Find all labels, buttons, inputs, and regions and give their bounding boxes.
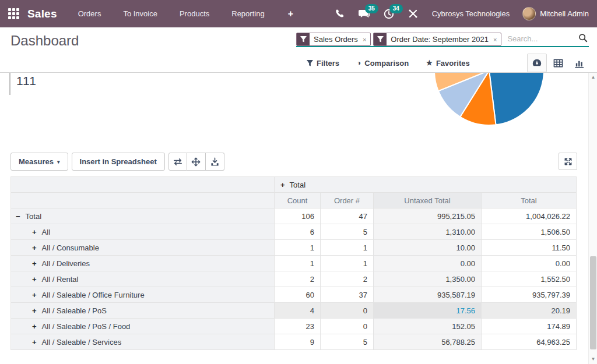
pivot-cell: 2 bbox=[275, 271, 321, 287]
activities-clock-icon[interactable]: 34 bbox=[383, 8, 395, 20]
pivot-cell: 1 bbox=[321, 240, 374, 256]
pivot-cell: 1,552.50 bbox=[482, 271, 577, 287]
download-xlsx-button[interactable] bbox=[206, 153, 224, 171]
expand-row-icon[interactable]: + bbox=[32, 275, 37, 284]
expand-row-icon[interactable]: + bbox=[32, 228, 37, 236]
navbar-right: 35 34 Cybrosys Technologies Mitchell Adm… bbox=[334, 7, 589, 20]
measures-button[interactable]: Measures ▾ bbox=[10, 153, 68, 171]
search-input[interactable] bbox=[504, 33, 578, 45]
search-icon[interactable] bbox=[578, 33, 588, 45]
user-menu[interactable]: Mitchell Admin bbox=[522, 7, 589, 20]
measure-header-total[interactable]: Total bbox=[482, 193, 577, 208]
pivot-cell: 47 bbox=[321, 208, 374, 224]
expand-icon bbox=[564, 157, 573, 166]
expand-row-icon[interactable]: + bbox=[32, 259, 37, 268]
expand-row-icon[interactable]: + bbox=[32, 306, 37, 315]
filter-toolbar: Filters ◑ Comparison ★ Favorites bbox=[296, 54, 589, 72]
row-label[interactable]: +All bbox=[11, 224, 275, 240]
pivot-cell: 0 bbox=[321, 303, 374, 319]
row-label[interactable]: +All / Deliveries bbox=[11, 256, 275, 271]
pivot-cell: 1,506.50 bbox=[482, 224, 577, 240]
expand-row-icon[interactable]: + bbox=[32, 291, 37, 299]
pivot-cell: 11.50 bbox=[482, 240, 577, 256]
page-title: Dashboard bbox=[10, 33, 79, 49]
flip-axis-button[interactable] bbox=[168, 153, 187, 171]
activities-badge: 34 bbox=[389, 4, 403, 13]
row-label[interactable]: −Total bbox=[11, 208, 275, 224]
expand-all-button[interactable] bbox=[187, 153, 206, 171]
pivot-cell: 0.00 bbox=[374, 256, 482, 271]
pie-chart[interactable] bbox=[434, 73, 546, 126]
view-graph-button[interactable] bbox=[569, 54, 589, 72]
table-row: +All / Saleable / PoS / Food230152.05174… bbox=[11, 319, 577, 334]
vertical-scrollbar: ▲ ▼ bbox=[588, 73, 597, 364]
comparison-button[interactable]: ◑ Comparison bbox=[357, 59, 409, 68]
filter-group: Filters ◑ Comparison ★ Favorites bbox=[296, 59, 470, 68]
pie-slice[interactable] bbox=[489, 73, 544, 125]
pivot-cell: 1,004,026.22 bbox=[482, 208, 577, 224]
row-label[interactable]: +All / Saleable / PoS bbox=[11, 303, 275, 319]
tools-icon[interactable] bbox=[408, 8, 419, 20]
pivot-cell: 64,963.25 bbox=[482, 334, 577, 350]
measure-header-count[interactable]: Count bbox=[275, 193, 321, 208]
nav-menu-reporting[interactable]: Reporting bbox=[231, 9, 264, 18]
pivot-cell: 0 bbox=[321, 319, 374, 334]
pivot-table-container: +Total CountOrder #Untaxed TotalTotal −T… bbox=[10, 176, 576, 350]
pivot-cell: 995,215.05 bbox=[374, 208, 482, 224]
filters-button[interactable]: Filters bbox=[307, 59, 339, 68]
measure-header-order-[interactable]: Order # bbox=[321, 193, 374, 208]
dashboard-content: 111 Measures ▾ Insert in Spreadsheet bbox=[0, 73, 597, 364]
pivot-cell: 5 bbox=[321, 224, 374, 240]
messages-icon[interactable]: 35 bbox=[359, 8, 370, 20]
table-icon bbox=[553, 58, 563, 68]
chart-axis-remnant bbox=[9, 73, 10, 95]
expand-column-icon[interactable]: + bbox=[280, 181, 285, 189]
row-label[interactable]: +All / Rental bbox=[11, 271, 275, 287]
facet-label: Sales Orders bbox=[310, 35, 362, 44]
download-icon bbox=[210, 157, 219, 166]
measure-header-untaxed-total[interactable]: Untaxed Total bbox=[374, 193, 482, 208]
insert-in-spreadsheet-button[interactable]: Insert in Spreadsheet bbox=[72, 153, 165, 171]
move-arrows-icon bbox=[191, 157, 201, 167]
nav-menu-orders[interactable]: Orders bbox=[78, 9, 101, 18]
view-dashboard-button[interactable] bbox=[527, 54, 547, 72]
pivot-corner-cell bbox=[11, 177, 275, 193]
row-label[interactable]: +All / Saleable / Services bbox=[11, 334, 275, 350]
app-name[interactable]: Sales bbox=[27, 8, 57, 20]
facet-remove-icon[interactable]: × bbox=[493, 36, 501, 43]
scroll-down-arrow[interactable]: ▼ bbox=[589, 355, 597, 363]
row-label[interactable]: +All / Saleable / PoS / Food bbox=[11, 319, 275, 334]
pivot-icon-buttons bbox=[168, 153, 224, 171]
column-group-total[interactable]: +Total bbox=[275, 177, 577, 193]
pivot-cell: 1 bbox=[275, 256, 321, 271]
company-switcher[interactable]: Cybrosys Technologies bbox=[432, 9, 510, 18]
pivot-cell: 2 bbox=[321, 271, 374, 287]
nav-menu-to-invoice[interactable]: To Invoice bbox=[123, 9, 157, 18]
expand-row-icon[interactable]: + bbox=[32, 243, 37, 252]
plus-menu-icon[interactable]: + bbox=[288, 9, 293, 19]
main-menu: OrdersTo InvoiceProductsReporting bbox=[78, 9, 265, 18]
expand-row-icon[interactable]: + bbox=[32, 338, 37, 347]
facet-remove-icon[interactable]: × bbox=[362, 36, 370, 43]
expand-row-icon[interactable]: + bbox=[32, 322, 37, 331]
favorites-button[interactable]: ★ Favorites bbox=[426, 59, 470, 68]
nav-menu-products[interactable]: Products bbox=[180, 9, 209, 18]
funnel-icon bbox=[307, 60, 313, 66]
table-row: +All651,310.001,506.50 bbox=[11, 224, 577, 240]
pivot-cell: 60 bbox=[275, 287, 321, 303]
search-facet: Order Date: September 2021× bbox=[373, 33, 501, 46]
view-pivot-button[interactable] bbox=[548, 54, 568, 72]
row-label[interactable]: +All / Consumable bbox=[11, 240, 275, 256]
pivot-cell: 1 bbox=[321, 256, 374, 271]
control-panel: Dashboard Sales Orders×Order Date: Septe… bbox=[0, 27, 597, 73]
scroll-up-arrow[interactable]: ▲ bbox=[589, 73, 597, 82]
chevron-down-icon: ▾ bbox=[57, 159, 60, 165]
phone-icon[interactable] bbox=[334, 8, 346, 20]
apps-grid-icon[interactable] bbox=[8, 8, 19, 19]
collapse-row-icon[interactable]: − bbox=[16, 212, 20, 221]
table-row: +All / Saleable / PoS4017.5620.19 bbox=[11, 303, 577, 319]
row-label[interactable]: +All / Saleable / Office Furniture bbox=[11, 287, 275, 303]
scrollbar-thumb[interactable] bbox=[590, 256, 596, 349]
search-facet: Sales Orders× bbox=[296, 33, 371, 46]
fullscreen-button[interactable] bbox=[559, 153, 577, 170]
